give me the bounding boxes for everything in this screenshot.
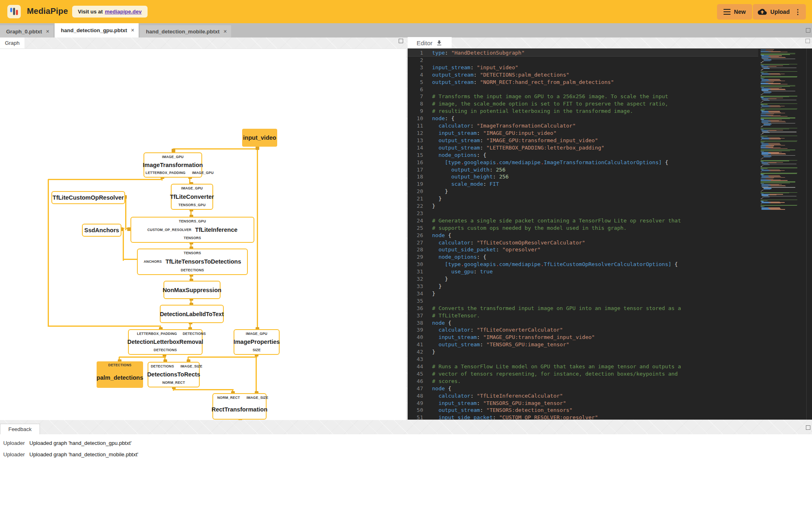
code-line: 47node { — [408, 385, 758, 392]
minimap-line — [761, 204, 762, 204]
graph-panel-maximize-icon[interactable] — [399, 39, 403, 43]
port-label: LETTERBOX_PADDING — [137, 332, 177, 336]
feedback-entry: Uploader Uploaded graph 'hand_detection_… — [3, 449, 138, 460]
line-number: 23 — [408, 210, 423, 217]
minimap-line — [761, 49, 774, 50]
new-button-label: New — [734, 9, 746, 15]
code-line: 39 calculator: "TfLiteConverterCalculato… — [408, 326, 758, 334]
feedback-panel-maximize-icon[interactable] — [806, 425, 810, 430]
cloud-upload-icon — [758, 7, 767, 16]
minimap-line — [761, 178, 774, 178]
tab-feedback[interactable]: Feedback — [0, 424, 40, 434]
port-label: ANCHORS — [144, 260, 162, 264]
line-number: 24 — [408, 217, 423, 224]
upload-button[interactable]: Upload ⋮ — [753, 4, 806, 20]
minimap-line — [761, 75, 762, 75]
line-number: 49 — [408, 400, 423, 407]
line-number: 6 — [408, 86, 423, 93]
minimap-line — [762, 197, 763, 198]
graph-node-detection-letterbox-removal[interactable]: LETTERBOX_PADDING DETECTIONS DetectionLe… — [128, 329, 203, 355]
graph-edge — [48, 179, 49, 327]
port-label: NORM_RECT — [217, 396, 240, 400]
tab-editor-view[interactable]: Editor — [408, 37, 452, 48]
graph-node-tflite-custom-op-resolver[interactable]: TfLiteCustomOpResolver — [51, 191, 125, 204]
graph-canvas[interactable]: input_video IMAGE_GPU ImageTransformatio… — [0, 48, 406, 420]
graph-node-rect-transformation[interactable]: NORM_RECT IMAGE_SIZE RectTransformation — [212, 393, 267, 420]
code-line: 37# TfLiteTensor. — [408, 312, 758, 319]
minimap-line — [761, 75, 781, 75]
minimap-line — [761, 151, 790, 151]
code-line: 50 output_stream: "TENSORS:detection_ten… — [408, 407, 758, 414]
feedback-source: Uploader — [3, 440, 29, 446]
tab-hand-detection-mobile-pbtxt[interactable]: hand_detection_mobile.pbtxt — [140, 25, 231, 37]
feedback-message: Uploaded graph 'hand_detection_gpu.pbtxt… — [29, 440, 132, 446]
file-tabstrip: Graph_0.pbtxt hand_detection_gpu.pbtxt h… — [0, 23, 812, 37]
graph-node-tflite-converter[interactable]: IMAGE_GPU TfLiteConverter TENSORS_GPU — [171, 184, 213, 210]
line-number: 30 — [408, 261, 423, 268]
tab-graph-0-pbtxt[interactable]: Graph_0.pbtxt — [0, 25, 53, 37]
close-icon[interactable] — [46, 29, 49, 34]
code-line: 16 [type.googleapis.com/mediapipe.ImageT… — [408, 159, 758, 166]
visit-us-pill[interactable]: Visit us at mediapipe.dev — [72, 6, 148, 18]
minimap-line — [761, 107, 762, 108]
kebab-menu-icon[interactable]: ⋮ — [794, 9, 801, 15]
line-number: 45 — [408, 370, 423, 378]
port-label: DETECTIONS — [151, 364, 174, 368]
graph-edge — [173, 389, 234, 390]
line-number: 50 — [408, 407, 423, 414]
minimap-line — [762, 196, 797, 196]
line-number: 11 — [408, 122, 423, 130]
graph-node-input-video[interactable]: input_video — [242, 129, 277, 147]
code-lines[interactable]: 1type: "HandDetectionSubgraph"23input_st… — [408, 49, 758, 420]
new-button[interactable]: New — [717, 4, 752, 20]
code-line: 9# resulting in potential letterboxing i… — [408, 108, 758, 115]
minimap-line — [763, 189, 770, 189]
graph-node-tflite-tensors-to-detections[interactable]: TENSORS ANCHORS TfLiteTensorsToDetection… — [137, 249, 248, 275]
minimap-line — [763, 165, 770, 165]
code-line: 10node: { — [408, 115, 758, 122]
graph-node-image-transformation[interactable]: IMAGE_GPU ImageTransformation LETTERBOX_… — [143, 152, 202, 178]
mediapipe-dev-link[interactable]: mediapipe.dev — [105, 9, 141, 15]
graph-edge — [48, 326, 161, 327]
code-line: 3input_stream: "input_video" — [408, 64, 758, 71]
close-icon[interactable] — [223, 29, 227, 34]
graph-node-ssd-anchors[interactable]: SsdAnchors — [82, 224, 121, 237]
line-number: 40 — [408, 334, 423, 341]
code-line: 34} — [408, 290, 758, 297]
scrollbar-track[interactable] — [806, 48, 807, 420]
minimap-line — [761, 209, 785, 209]
editor-minimap[interactable] — [761, 49, 806, 420]
code-line: 20 } — [408, 188, 758, 195]
minimap-line — [761, 109, 797, 110]
line-number: 14 — [408, 144, 423, 152]
line-number: 2 — [408, 57, 423, 64]
line-number: 22 — [408, 202, 423, 210]
graph-node-detection-label-id-to-text[interactable]: DetectionLabelIdToText — [160, 305, 224, 323]
download-icon[interactable] — [436, 40, 443, 46]
mediapipe-visualizer: MediaPipe Visit us at mediapipe.dev New … — [0, 0, 812, 506]
code-line: 13 output_stream: "IMAGE_GPU:transformed… — [408, 137, 758, 144]
graph-node-non-max-suppression[interactable]: NonMaxSuppression — [163, 281, 221, 299]
tab-graph-view[interactable]: Graph — [0, 37, 24, 48]
port-label: DETECTIONS — [181, 268, 204, 272]
line-number: 7 — [408, 93, 423, 100]
code-line: 35 — [408, 297, 758, 305]
minimap-line — [762, 91, 795, 91]
tab-hand-detection-gpu-pbtxt[interactable]: hand_detection_gpu.pbtxt — [55, 23, 139, 37]
line-number: 37 — [408, 312, 423, 319]
close-icon[interactable] — [131, 28, 135, 33]
graph-node-tflite-inference[interactable]: TENSORS_GPU CUSTOM_OP_RESOLVER TfLiteInf… — [130, 217, 254, 243]
minimap-line — [763, 157, 770, 157]
port-label: IMAGE_GPU — [246, 332, 267, 336]
minimap-line — [763, 197, 770, 197]
graph-node-palm-detections[interactable]: DETECTIONS palm_detections — [97, 361, 143, 388]
code-editor[interactable]: 1type: "HandDetectionSubgraph"23input_st… — [408, 48, 812, 420]
maximize-icon[interactable] — [806, 28, 810, 33]
menu-lines-icon — [724, 9, 730, 15]
tab-label: hand_detection_mobile.pbtxt — [146, 29, 220, 35]
graph-node-detections-to-rects[interactable]: DETECTIONS IMAGE_SIZE DetectionsToRects … — [148, 362, 200, 387]
editor-panel-maximize-icon[interactable] — [805, 39, 810, 43]
logo-bar-blue — [10, 8, 12, 12]
graph-node-image-properties[interactable]: IMAGE_GPU ImageProperties SIZE — [234, 329, 280, 355]
graph-edge — [257, 147, 258, 329]
